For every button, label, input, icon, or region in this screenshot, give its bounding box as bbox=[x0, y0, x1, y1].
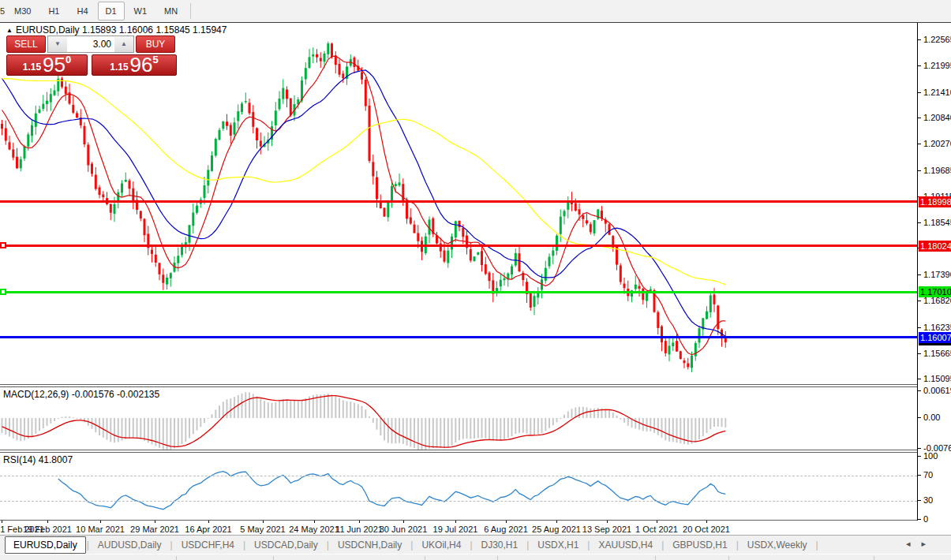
tab-usdcnh-daily[interactable]: USDCNH,Daily bbox=[330, 537, 410, 553]
tab-eurusd-daily[interactable]: EURUSD,Daily bbox=[5, 536, 86, 554]
date-tick-mark bbox=[359, 521, 360, 523]
rsi-chart bbox=[0, 453, 917, 520]
rsi-label: RSI(14) 41.8007 bbox=[3, 454, 73, 465]
buy-price-sup: 5 bbox=[153, 54, 159, 65]
rsi-tick-mark bbox=[918, 500, 921, 501]
timeframe-button-d1[interactable]: D1 bbox=[98, 2, 125, 21]
macd-indicator-panel[interactable]: MACD(12,26,9) -0.001576 -0.002135 bbox=[0, 386, 917, 450]
timeframe-button-clipped[interactable]: 5 bbox=[0, 6, 6, 16]
date-tick-mark bbox=[100, 521, 101, 523]
main-chart-panel[interactable]: ▲EURUSD,Daily 1.15893 1.16006 1.15845 1.… bbox=[0, 23, 917, 385]
sell-price-box[interactable]: 1.15 95 0 bbox=[6, 54, 88, 76]
volume-decrease-icon[interactable]: ▼ bbox=[48, 36, 67, 52]
buy-price-small: 1.15 bbox=[110, 62, 128, 73]
tab-scroll-arrows: ◂▸ bbox=[906, 539, 937, 549]
date-tick-label: 10 Mar 2021 bbox=[76, 525, 125, 534]
macd-tick-label: 0.00 bbox=[923, 413, 940, 422]
price-tick-label: 1.20270 bbox=[923, 139, 951, 148]
price-tick-mark bbox=[918, 170, 921, 171]
price-tick-mark bbox=[918, 92, 921, 93]
date-tick-mark bbox=[506, 521, 507, 523]
tab-usdx-h1[interactable]: USDX,H1 bbox=[530, 537, 586, 553]
price-tick-mark bbox=[918, 379, 921, 379]
buy-price-box[interactable]: 1.15 96 5 bbox=[92, 54, 177, 76]
price-tick-mark bbox=[918, 222, 921, 223]
tab-scroll-right-icon[interactable]: ▸ bbox=[921, 539, 937, 548]
line-price-label-1.16007: 1.16007 bbox=[919, 332, 951, 343]
panel-column-divider bbox=[728, 556, 729, 560]
line-price-label-1.17010: 1.17010 bbox=[919, 286, 951, 297]
rsi-indicator-panel[interactable]: RSI(14) 41.8007 bbox=[0, 452, 917, 521]
price-axis[interactable]: 1.159471.189981.180241.170101.160071.225… bbox=[917, 23, 951, 521]
date-tick-mark bbox=[47, 521, 48, 523]
price-tick-mark bbox=[918, 301, 921, 301]
horizontal-line-1.17010[interactable] bbox=[0, 291, 917, 293]
rsi-tick-label: 30 bbox=[923, 495, 933, 505]
tab-usdchf-h4[interactable]: USDCHF,H4 bbox=[174, 537, 242, 553]
date-tick-mark bbox=[657, 521, 657, 523]
volume-increase-icon[interactable]: ▲ bbox=[114, 36, 133, 52]
buy-button[interactable]: BUY bbox=[136, 35, 175, 53]
price-tick-label: 1.15665 bbox=[923, 349, 951, 358]
tab-ukoil-h4[interactable]: UKOil,H4 bbox=[414, 537, 469, 553]
date-tick-mark bbox=[314, 521, 315, 523]
rsi-tick-label: 100 bbox=[923, 451, 938, 461]
tab-usdcad-daily[interactable]: USDCAD,Daily bbox=[246, 537, 326, 553]
chart-ohlc-values: 1.15893 1.16006 1.15845 1.15947 bbox=[82, 24, 227, 35]
line-anchor-handle[interactable] bbox=[0, 289, 6, 295]
tab-scroll-left-icon[interactable]: ◂ bbox=[906, 539, 922, 548]
date-tick-label: 16 Apr 2021 bbox=[185, 525, 231, 534]
price-tick-label: 1.18545 bbox=[923, 218, 951, 227]
panel-column-divider bbox=[273, 556, 274, 560]
chart-tabs: EURUSD,Daily|AUDUSD,Daily|USDCHF,H4|USDC… bbox=[0, 536, 819, 554]
timeframe-buttons: M30H1H4D1W1MN bbox=[6, 2, 186, 21]
timeframe-button-h1[interactable]: H1 bbox=[40, 2, 67, 21]
price-tick-label: 1.20840 bbox=[923, 113, 951, 122]
chart-symbol-period: EURUSD,Daily bbox=[16, 24, 80, 35]
timeframe-button-w1[interactable]: W1 bbox=[126, 2, 155, 21]
macd-tick-label: 0.006193 bbox=[923, 386, 951, 395]
sell-price-sup: 0 bbox=[66, 54, 71, 65]
horizontal-line-1.18998[interactable] bbox=[0, 200, 917, 203]
price-tick-label: 1.21995 bbox=[923, 61, 951, 70]
line-price-label-1.18998: 1.18998 bbox=[919, 196, 951, 207]
price-tick-mark bbox=[918, 274, 921, 275]
sell-button[interactable]: SELL bbox=[6, 35, 46, 53]
date-tick-mark bbox=[263, 521, 264, 523]
date-axis[interactable]: 1 Feb 202119 Feb 202110 Mar 202129 Mar 2… bbox=[0, 521, 917, 536]
rsi-tick-label: 70 bbox=[923, 470, 933, 480]
timeframe-button-m30[interactable]: M30 bbox=[6, 2, 39, 21]
panel-column-divider bbox=[425, 556, 425, 560]
line-price-label-1.18024: 1.18024 bbox=[919, 241, 951, 252]
timeframe-button-mn[interactable]: MN bbox=[156, 2, 185, 21]
tab-gbpusd-h1[interactable]: GBPUSD,H1 bbox=[665, 537, 735, 553]
date-tick-label: 6 Aug 2021 bbox=[484, 525, 528, 534]
price-tick-mark bbox=[918, 353, 921, 354]
tab-xauusd-h4[interactable]: XAUUSD,H4 bbox=[590, 537, 661, 553]
toolbar-separator bbox=[190, 3, 191, 19]
rsi-level-70 bbox=[0, 476, 917, 476]
tab-audusd-daily[interactable]: AUDUSD,Daily bbox=[90, 537, 170, 553]
line-anchor-handle[interactable] bbox=[0, 242, 6, 248]
price-tick-label: 1.15095 bbox=[923, 374, 951, 383]
timeframe-button-h4[interactable]: H4 bbox=[69, 2, 95, 21]
date-tick-label: 20 Oct 2021 bbox=[683, 525, 730, 534]
volume-input[interactable]: 3.00 bbox=[67, 36, 114, 52]
panel-column-divider bbox=[655, 556, 656, 560]
date-tick-label: 19 Jul 2021 bbox=[433, 525, 478, 534]
horizontal-line-1.18024[interactable] bbox=[0, 245, 917, 247]
date-tick-mark bbox=[607, 521, 608, 523]
date-tick-mark bbox=[403, 521, 404, 523]
rsi-tick-mark bbox=[918, 456, 921, 457]
tab-usdx-weekly[interactable]: USDX,Weekly bbox=[739, 537, 815, 553]
date-tick-label: 29 Mar 2021 bbox=[130, 525, 179, 534]
collapse-arrow-icon[interactable]: ▲ bbox=[6, 27, 13, 34]
chart-title: ▲EURUSD,Daily 1.15893 1.16006 1.15845 1.… bbox=[6, 24, 227, 35]
sell-price-small: 1.15 bbox=[23, 62, 41, 73]
candlestick-chart[interactable] bbox=[0, 23, 917, 384]
tab-dj30-h1[interactable]: DJ30,H1 bbox=[474, 537, 526, 553]
horizontal-line-1.16007[interactable] bbox=[0, 336, 917, 338]
price-tick-label: 1.17390 bbox=[923, 270, 951, 279]
rsi-tick-mark bbox=[918, 475, 921, 476]
price-tick-label: 1.16235 bbox=[923, 323, 951, 332]
